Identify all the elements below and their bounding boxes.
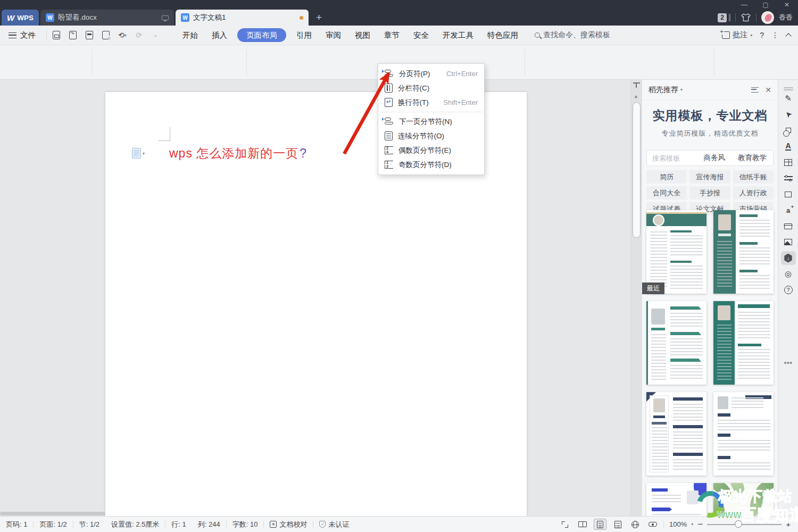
template-thumb-6[interactable] bbox=[713, 392, 774, 476]
scroll-up-icon[interactable]: ▲ bbox=[634, 94, 638, 99]
template-thumb-2[interactable] bbox=[713, 210, 774, 294]
status-word-count[interactable]: 字数: 10 bbox=[227, 520, 264, 529]
chip-hr[interactable]: 人资行政 bbox=[733, 186, 774, 200]
tab-references[interactable]: 引用 bbox=[289, 26, 319, 45]
eye-protect-icon[interactable] bbox=[646, 519, 659, 530]
new-tab-button[interactable]: + bbox=[316, 11, 322, 24]
tab-page-layout-active[interactable]: 页面布局 bbox=[237, 28, 286, 42]
read-layout-icon[interactable] bbox=[576, 519, 589, 530]
status-proofread[interactable]: ✕文档校对 bbox=[264, 520, 313, 529]
doc-count-badge[interactable]: 2 bbox=[718, 13, 727, 22]
print-preview-button[interactable] bbox=[99, 29, 112, 41]
docer-resource-icon-selected[interactable]: ↓ bbox=[781, 251, 796, 265]
command-search[interactable]: 查找命令、搜索模板 bbox=[535, 30, 610, 40]
ruler-toggle-icon[interactable] bbox=[633, 82, 640, 87]
search-tab-business[interactable]: 商务风 bbox=[697, 153, 732, 163]
help-button[interactable]: ? bbox=[760, 31, 764, 39]
help-circle-icon[interactable]: ? bbox=[781, 283, 796, 297]
menu-item-odd-page-section-break[interactable]: 13 奇数页分节符(D) bbox=[378, 157, 484, 172]
chip-contract[interactable]: 合同大全 bbox=[646, 186, 687, 200]
template-thumb-4[interactable] bbox=[713, 301, 774, 385]
translate-icon[interactable]: a bbox=[781, 203, 796, 217]
properties-sliders-icon[interactable] bbox=[781, 171, 796, 185]
table-icon[interactable] bbox=[781, 155, 796, 169]
pane-close-icon[interactable]: ✕ bbox=[765, 86, 771, 94]
skin-icon[interactable] bbox=[741, 13, 751, 22]
user-avatar[interactable] bbox=[761, 11, 774, 24]
tab-insert[interactable]: 插入 bbox=[205, 26, 234, 45]
zoom-caret-icon[interactable]: ▾ bbox=[691, 522, 693, 527]
chip-letter[interactable]: 信纸手账 bbox=[733, 170, 774, 184]
zoom-slider-knob[interactable] bbox=[735, 520, 742, 528]
undo-button[interactable]: ⟲▾ bbox=[116, 29, 129, 41]
save-button[interactable] bbox=[50, 29, 63, 41]
zoom-slider[interactable] bbox=[707, 524, 782, 525]
redo-button[interactable]: ⟳ bbox=[132, 29, 145, 41]
document-tab-2-active[interactable]: W 文字文稿1 bbox=[176, 10, 309, 26]
page-view-icon-selected[interactable] bbox=[594, 519, 606, 530]
menu-item-continuous-section-break[interactable]: 连续分节符(O) bbox=[378, 129, 484, 143]
print-button[interactable] bbox=[83, 29, 96, 41]
tab-view[interactable]: 视图 bbox=[348, 26, 377, 45]
tab-home[interactable]: 开始 bbox=[176, 26, 205, 45]
picture-icon[interactable] bbox=[781, 235, 796, 249]
tab-dev-tools[interactable]: 开发工具 bbox=[436, 26, 480, 45]
wordart-icon[interactable]: A bbox=[781, 139, 796, 153]
strip-handle[interactable] bbox=[784, 87, 793, 88]
template-thumb-7[interactable] bbox=[646, 483, 706, 516]
tab-review[interactable]: 审阅 bbox=[319, 26, 348, 45]
wps-home-tab[interactable]: W WPS bbox=[2, 10, 39, 26]
status-page-number[interactable]: 页码: 1 bbox=[0, 520, 33, 529]
close-button[interactable]: ✕ bbox=[779, 0, 795, 10]
template-thumb-5[interactable] bbox=[646, 392, 706, 476]
comment-button[interactable]: 批注 ▾ bbox=[722, 30, 752, 40]
document-vscrollbar[interactable]: ▲ bbox=[630, 80, 642, 516]
web-layout-icon[interactable] bbox=[629, 519, 642, 530]
menu-item-even-page-section-break[interactable]: 24 偶数页分节符(E) bbox=[378, 143, 484, 157]
collapse-ribbon-button[interactable] bbox=[785, 33, 791, 39]
document-tab-1[interactable]: W 盼望着.docx bbox=[40, 10, 174, 26]
edit-pen-icon[interactable]: ✎ bbox=[781, 92, 796, 105]
tab-section[interactable]: 章节 bbox=[377, 26, 406, 45]
paste-options-floaty[interactable]: ▾ bbox=[132, 148, 145, 159]
search-tab-education[interactable]: 教育教学 bbox=[732, 153, 773, 163]
image-gallery-icon[interactable] bbox=[781, 187, 796, 201]
zoom-in-button[interactable]: + bbox=[786, 520, 791, 529]
zoom-level[interactable]: 100% bbox=[669, 520, 687, 528]
stamp-icon[interactable]: ◎ bbox=[781, 267, 796, 281]
status-line[interactable]: 行: 1 bbox=[165, 520, 192, 529]
chip-resume[interactable]: 简历 bbox=[646, 170, 687, 184]
status-certification[interactable]: ✓未认证 bbox=[313, 520, 355, 529]
template-thumb-3[interactable] bbox=[646, 301, 706, 385]
menu-item-page-break[interactable]: 分页符(P)Ctrl+Enter bbox=[378, 66, 484, 81]
templates-pane-title[interactable]: 稻壳推荐 bbox=[649, 85, 678, 95]
pane-list-icon[interactable] bbox=[751, 87, 759, 93]
shapes-icon[interactable] bbox=[781, 123, 796, 137]
outline-view-icon[interactable] bbox=[611, 519, 624, 530]
export-pdf-button[interactable] bbox=[66, 29, 79, 41]
zoom-out-button[interactable]: − bbox=[697, 519, 703, 530]
status-pages[interactable]: 页面: 1/2 bbox=[34, 520, 72, 529]
strip-more-icon[interactable]: ••• bbox=[781, 355, 796, 369]
vscrollbar-thumb[interactable] bbox=[633, 102, 641, 238]
template-thumb-8[interactable]: ••• bbox=[713, 483, 774, 516]
archive-box-icon[interactable] bbox=[781, 219, 796, 233]
menu-item-column-break[interactable]: 分栏符(C) bbox=[378, 81, 484, 95]
file-menu-button[interactable]: 文件 bbox=[0, 30, 43, 40]
chip-poster[interactable]: 宣传海报 bbox=[689, 170, 730, 184]
horizontal-scrollbar-thumb[interactable] bbox=[0, 512, 105, 516]
status-setting[interactable]: 设置值: 2.5厘米 bbox=[105, 520, 165, 529]
more-menu-button[interactable]: ⋮ bbox=[771, 31, 779, 39]
tab-security[interactable]: 安全 bbox=[406, 26, 436, 45]
menu-item-next-page-section-break[interactable]: 下一页分节符(N) bbox=[378, 114, 484, 129]
menu-item-text-wrap-break[interactable]: 换行符(T)Shift+Enter bbox=[378, 95, 484, 110]
template-search-input[interactable] bbox=[647, 154, 697, 162]
status-section[interactable]: 节: 1/2 bbox=[73, 520, 105, 529]
chip-handcopy[interactable]: 手抄报 bbox=[689, 186, 730, 200]
toolbar-more-button[interactable]: ⌄ bbox=[149, 29, 162, 41]
status-column[interactable]: 列: 244 bbox=[192, 520, 226, 529]
tab-special-apps[interactable]: 特色应用 bbox=[480, 26, 525, 45]
template-thumb-1[interactable] bbox=[646, 210, 706, 294]
select-cursor-icon[interactable]: ➤ bbox=[778, 104, 798, 124]
minimize-button[interactable]: — bbox=[736, 0, 752, 10]
